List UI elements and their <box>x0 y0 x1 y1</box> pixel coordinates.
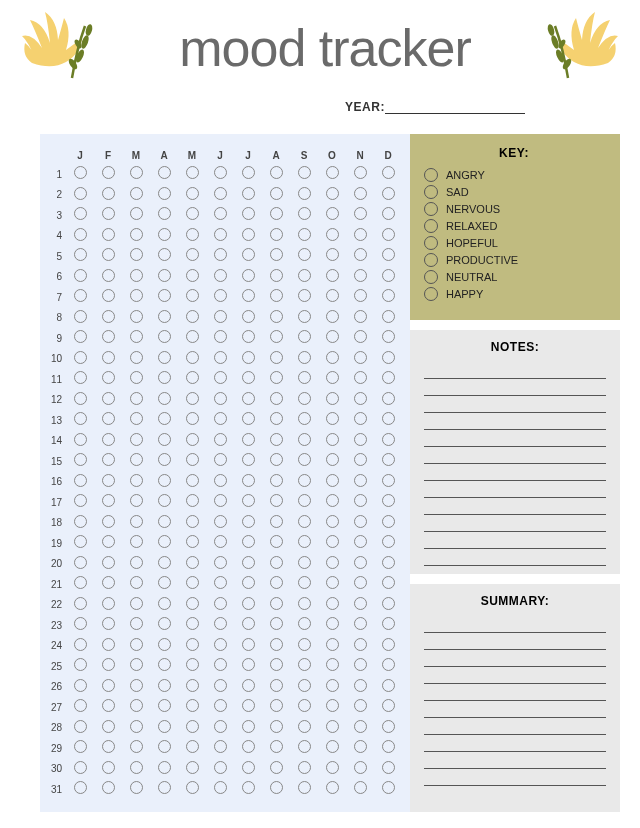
mood-cell[interactable] <box>206 636 234 657</box>
mood-cell[interactable] <box>374 287 402 308</box>
mood-cell[interactable] <box>346 533 374 554</box>
mood-cell[interactable] <box>150 390 178 411</box>
mood-cell[interactable] <box>122 410 150 431</box>
mood-cell[interactable] <box>94 574 122 595</box>
mood-cell[interactable] <box>290 636 318 657</box>
mood-cell[interactable] <box>318 164 346 185</box>
mood-cell[interactable] <box>122 349 150 370</box>
mood-cell[interactable] <box>122 492 150 513</box>
mood-cell[interactable] <box>234 718 262 739</box>
mood-cell[interactable] <box>262 328 290 349</box>
mood-cell[interactable] <box>94 779 122 800</box>
mood-cell[interactable] <box>290 349 318 370</box>
mood-cell[interactable] <box>374 738 402 759</box>
mood-cell[interactable] <box>122 574 150 595</box>
mood-cell[interactable] <box>290 328 318 349</box>
mood-cell[interactable] <box>94 718 122 739</box>
mood-cell[interactable] <box>234 492 262 513</box>
notes-line[interactable] <box>424 447 606 464</box>
mood-cell[interactable] <box>374 595 402 616</box>
mood-cell[interactable] <box>178 390 206 411</box>
mood-cell[interactable] <box>318 492 346 513</box>
mood-cell[interactable] <box>122 738 150 759</box>
mood-cell[interactable] <box>290 533 318 554</box>
mood-cell[interactable] <box>374 759 402 780</box>
mood-cell[interactable] <box>262 677 290 698</box>
mood-cell[interactable] <box>206 185 234 206</box>
mood-cell[interactable] <box>318 759 346 780</box>
mood-cell[interactable] <box>122 759 150 780</box>
mood-cell[interactable] <box>122 451 150 472</box>
mood-cell[interactable] <box>66 226 94 247</box>
mood-cell[interactable] <box>122 308 150 329</box>
mood-cell[interactable] <box>66 164 94 185</box>
mood-cell[interactable] <box>66 287 94 308</box>
mood-cell[interactable] <box>318 328 346 349</box>
mood-cell[interactable] <box>66 738 94 759</box>
mood-cell[interactable] <box>94 328 122 349</box>
notes-line[interactable] <box>424 481 606 498</box>
mood-cell[interactable] <box>234 472 262 493</box>
mood-cell[interactable] <box>178 677 206 698</box>
notes-line[interactable] <box>424 396 606 413</box>
mood-cell[interactable] <box>122 718 150 739</box>
mood-cell[interactable] <box>150 267 178 288</box>
mood-cell[interactable] <box>66 472 94 493</box>
mood-cell[interactable] <box>206 615 234 636</box>
summary-line[interactable] <box>424 633 606 650</box>
summary-line[interactable] <box>424 718 606 735</box>
mood-cell[interactable] <box>318 267 346 288</box>
mood-cell[interactable] <box>262 246 290 267</box>
mood-cell[interactable] <box>234 533 262 554</box>
mood-cell[interactable] <box>178 615 206 636</box>
mood-cell[interactable] <box>206 390 234 411</box>
mood-cell[interactable] <box>290 390 318 411</box>
mood-cell[interactable] <box>318 246 346 267</box>
mood-cell[interactable] <box>374 308 402 329</box>
mood-cell[interactable] <box>122 615 150 636</box>
mood-cell[interactable] <box>122 205 150 226</box>
mood-cell[interactable] <box>66 390 94 411</box>
mood-cell[interactable] <box>290 308 318 329</box>
mood-cell[interactable] <box>346 554 374 575</box>
mood-cell[interactable] <box>94 472 122 493</box>
mood-cell[interactable] <box>122 328 150 349</box>
mood-cell[interactable] <box>262 513 290 534</box>
mood-cell[interactable] <box>178 492 206 513</box>
mood-cell[interactable] <box>290 513 318 534</box>
mood-cell[interactable] <box>346 759 374 780</box>
mood-cell[interactable] <box>150 369 178 390</box>
mood-cell[interactable] <box>262 759 290 780</box>
mood-cell[interactable] <box>290 677 318 698</box>
mood-cell[interactable] <box>206 349 234 370</box>
mood-cell[interactable] <box>206 472 234 493</box>
mood-cell[interactable] <box>66 410 94 431</box>
summary-line[interactable] <box>424 752 606 769</box>
mood-cell[interactable] <box>122 595 150 616</box>
mood-cell[interactable] <box>374 431 402 452</box>
mood-cell[interactable] <box>290 759 318 780</box>
mood-cell[interactable] <box>150 677 178 698</box>
mood-cell[interactable] <box>66 451 94 472</box>
mood-cell[interactable] <box>290 718 318 739</box>
mood-cell[interactable] <box>346 451 374 472</box>
mood-cell[interactable] <box>122 697 150 718</box>
mood-cell[interactable] <box>346 615 374 636</box>
mood-cell[interactable] <box>122 431 150 452</box>
mood-cell[interactable] <box>206 267 234 288</box>
mood-cell[interactable] <box>178 759 206 780</box>
mood-cell[interactable] <box>318 451 346 472</box>
mood-cell[interactable] <box>206 595 234 616</box>
mood-cell[interactable] <box>206 410 234 431</box>
mood-cell[interactable] <box>262 287 290 308</box>
mood-cell[interactable] <box>346 226 374 247</box>
mood-cell[interactable] <box>346 636 374 657</box>
mood-cell[interactable] <box>178 718 206 739</box>
mood-cell[interactable] <box>150 615 178 636</box>
mood-cell[interactable] <box>234 431 262 452</box>
mood-cell[interactable] <box>94 738 122 759</box>
summary-line[interactable] <box>424 769 606 786</box>
mood-cell[interactable] <box>374 246 402 267</box>
mood-cell[interactable] <box>94 164 122 185</box>
mood-cell[interactable] <box>94 308 122 329</box>
